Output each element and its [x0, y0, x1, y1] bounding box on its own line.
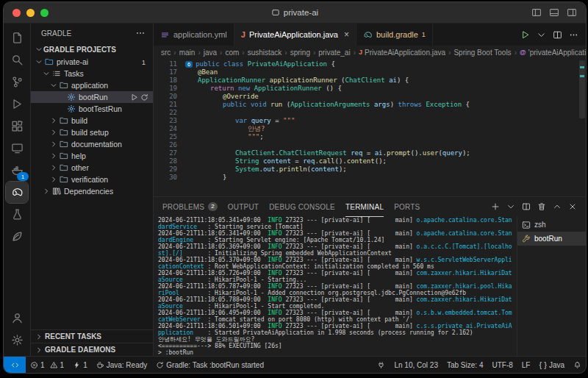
tree-item-bootrun[interactable]: bootRun — [31, 91, 153, 103]
problems-status[interactable]: 11 — [26, 357, 68, 373]
chevron-down-icon — [34, 58, 43, 65]
activity-item-explorer[interactable] — [6, 27, 28, 49]
tab-build-gradle[interactable]: build.gradle1 — [356, 24, 433, 46]
editor-scrollbar[interactable] — [578, 59, 586, 196]
tree-item-boottestrun[interactable]: bootTestRun — [31, 103, 153, 115]
breadcrumb-item-sushistack[interactable]: sushistack — [248, 49, 282, 57]
panel-tab-output[interactable]: OUTPUT — [228, 197, 259, 217]
tab-privateaiapplication-java[interactable]: JPrivateAiApplication.java× — [234, 24, 356, 46]
breadcrumb: src›main›java›com›sushistack›spring›priv… — [154, 46, 586, 59]
activity-item-accounts[interactable] — [6, 307, 28, 329]
terminal-list-item-zsh[interactable]: zsh — [517, 218, 586, 232]
breadcrumb-item-src[interactable]: src — [161, 49, 171, 57]
cursor-position[interactable]: Ln 10, Col 23 — [390, 357, 442, 373]
minimize-window-button[interactable] — [26, 9, 35, 17]
tree-item-private-ai[interactable]: private-ai1 — [31, 56, 153, 68]
breadcrumb-item-com[interactable]: com — [225, 49, 239, 57]
tree-item-build[interactable]: build — [31, 115, 153, 126]
activity-item-docker[interactable]: 1 — [6, 160, 28, 181]
toggle-secondary-sidebar-button[interactable] — [567, 7, 577, 18]
indentation[interactable]: Tab Size: 4 — [442, 357, 487, 373]
library-icon — [51, 187, 62, 196]
toggle-primary-sidebar-button[interactable] — [531, 7, 542, 18]
language-mode[interactable]: { }Java — [534, 357, 569, 373]
breadcrumb-item-private-ai[interactable]: private_ai — [318, 49, 350, 57]
more-editor-actions-button[interactable] — [569, 30, 578, 40]
folder-icon — [58, 116, 69, 125]
code-editor[interactable]: 116public class PrivateAiApplication {17… — [154, 59, 586, 196]
activity-item-source-control[interactable] — [6, 71, 28, 93]
split-editor-button[interactable] — [553, 30, 562, 40]
section-gradle-projects[interactable]: GRADLE PROJECTS — [31, 43, 153, 56]
activity-item-run-debug[interactable] — [6, 93, 28, 115]
panel-body: 2024-06-21T11:18:05.341+09:00 INFO 27323… — [154, 216, 586, 356]
toggle-panel-button[interactable] — [549, 7, 559, 18]
breadcrumb-item-privateaiapplication-java[interactable]: JPrivateAiApplication.java — [359, 49, 445, 57]
tree-item-other[interactable]: other — [31, 162, 153, 174]
maximize-panel-button[interactable] — [553, 202, 562, 211]
zoom-window-button[interactable] — [40, 9, 49, 17]
java-status[interactable]: Java: Ready — [92, 357, 152, 373]
tree-item-build-setup[interactable]: build setup — [31, 126, 153, 138]
status-text: Gradle: Task :bootRun started — [166, 361, 264, 369]
encoding[interactable]: UTF-8 — [487, 357, 517, 373]
folder-icon — [58, 140, 69, 149]
tree-item-documentation[interactable]: documentation — [31, 138, 153, 150]
breadcrumb-item-java[interactable]: java — [204, 49, 217, 57]
run-options-button[interactable] — [537, 30, 546, 40]
breadcrumb-item-spring[interactable]: spring — [290, 49, 310, 57]
line-number: 25 — [154, 133, 185, 141]
section-gradle-daemons[interactable]: GRADLE DAEMONS — [31, 343, 153, 356]
terminal-picker-button[interactable] — [506, 202, 515, 211]
activity-item-gradle[interactable] — [6, 182, 28, 203]
activity-item-extensions[interactable] — [6, 115, 28, 137]
problems-count-badge: 2 — [208, 202, 218, 211]
tree-item-dependencies[interactable]: Dependencies — [31, 185, 153, 197]
breadcrumb-item-privateaiapplication-springboota[interactable]: @'privateAiApplication' (@SpringBootA — [520, 49, 586, 57]
panel-tab-debug-console[interactable]: DEBUG CONSOLE — [269, 197, 335, 217]
tree-item-label: private-ai — [57, 57, 88, 66]
scrollbar-thumb[interactable] — [579, 60, 585, 118]
sidebar-header: GRADLE — [31, 24, 153, 43]
section-recent-tasks[interactable]: RECENT TASKS — [31, 329, 153, 343]
run-task-button[interactable] — [130, 93, 138, 101]
folded-lines-badge[interactable]: 6 — [185, 61, 193, 68]
split-terminal-button[interactable] — [522, 202, 531, 211]
new-terminal-button[interactable] — [491, 202, 500, 211]
activity-item-testing[interactable] — [6, 204, 28, 225]
breadcrumb-item-spring-boot-tools[interactable]: Spring Boot Tools — [453, 49, 511, 57]
sidebar-more-actions-button[interactable] — [135, 28, 146, 38]
activity-item-spring-boot[interactable] — [6, 226, 28, 247]
tree-item-application[interactable]: application — [31, 79, 153, 91]
activity-item-remote-explorer[interactable] — [6, 138, 28, 159]
panel-tab-ports[interactable]: PORTS — [394, 197, 420, 217]
panel-tab-problems[interactable]: PROBLEMS2 — [162, 197, 218, 217]
terminal-line: 2024-06-21T11:18:05.341+09:00 INFO 27323… — [158, 230, 512, 243]
tree-item-help[interactable]: help — [31, 150, 153, 162]
gradle-projects-tree: private-ai1TasksapplicationbootRunbootTe… — [31, 56, 153, 329]
terminal-list-item-bootrun[interactable]: bootRun — [517, 232, 586, 246]
tree-item-tasks[interactable]: Tasks — [31, 68, 153, 79]
tab-application-yml[interactable]: application.yml — [154, 24, 234, 46]
code-text: 안녕? — [185, 125, 265, 133]
panel-tab-terminal[interactable]: TERMINAL — [345, 197, 384, 217]
activity-item-settings[interactable] — [6, 329, 28, 351]
notifications[interactable] — [569, 357, 586, 373]
remote-indicator[interactable] — [4, 357, 26, 373]
breadcrumb-item-main[interactable]: main — [179, 49, 196, 57]
code-text: """; — [185, 133, 264, 141]
restart-task-button[interactable] — [140, 93, 148, 101]
close-tab-button[interactable]: × — [344, 30, 349, 39]
terminal-output[interactable]: 2024-06-21T11:18:05.341+09:00 INFO 27323… — [154, 216, 517, 356]
close-panel-button[interactable] — [568, 202, 577, 211]
ports-indicator[interactable] — [373, 357, 390, 373]
tree-item-verification[interactable]: verification — [31, 174, 153, 185]
eol[interactable]: LF — [517, 357, 535, 373]
activity-item-search[interactable] — [6, 49, 28, 71]
gradle-task-status[interactable]: Gradle: Task :bootRun started — [151, 357, 268, 373]
kill-terminal-button[interactable] — [537, 202, 546, 211]
trash-icon — [537, 202, 546, 211]
forwarded-ports[interactable]: 1 — [68, 357, 92, 373]
close-window-button[interactable] — [12, 9, 21, 17]
run-file-button[interactable] — [520, 30, 530, 40]
